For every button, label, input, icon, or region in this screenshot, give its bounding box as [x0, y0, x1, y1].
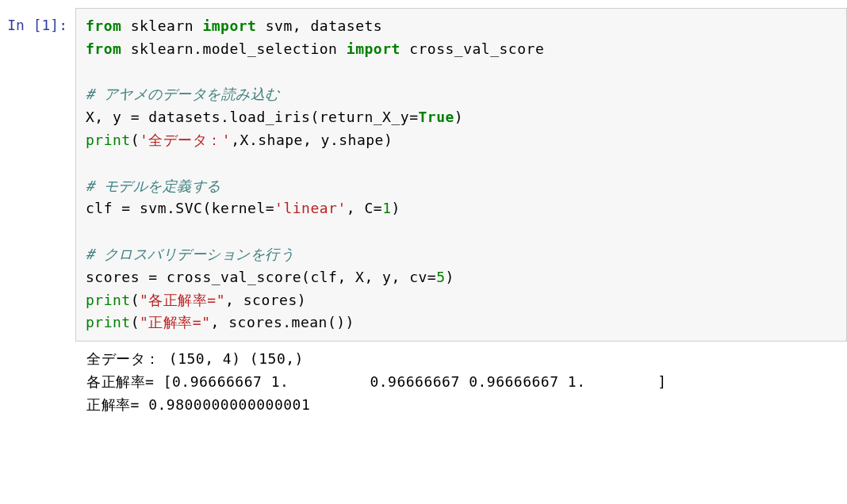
code-token: sklearn	[121, 17, 202, 34]
code-line: from sklearn import svm, datasets	[86, 15, 837, 38]
code-token: import	[202, 17, 256, 34]
input-prompt: In [1]:	[0, 8, 75, 37]
code-line: print('全データ：',X.shape, y.shape)	[86, 129, 837, 152]
code-line: # クロスバリデーションを行う	[86, 243, 837, 266]
code-token: )	[454, 109, 463, 125]
code-token: True	[418, 109, 454, 125]
code-token: (	[131, 292, 140, 308]
code-token: cross_val_score	[401, 40, 544, 57]
code-token: sklearn.model_selection	[121, 40, 346, 57]
output-line: 各正解率= [0.96666667 1. 0.96666667 0.966666…	[86, 371, 837, 394]
code-token: '全データ：'	[140, 132, 231, 148]
code-token: , scores.mean())	[211, 314, 355, 330]
code-token: "正解率="	[140, 314, 211, 330]
output-area: 全データ： (150, 4) (150,)各正解率= [0.96666667 1…	[75, 342, 847, 422]
code-token: scores = cross_val_score(clf, X, y, cv=	[86, 269, 436, 285]
code-token: # アヤメのデータを読み込む	[86, 86, 280, 102]
code-token: , scores)	[225, 292, 306, 308]
code-line: print("各正解率=", scores)	[86, 289, 837, 312]
code-line: # アヤメのデータを読み込む	[86, 83, 837, 106]
code-token: from	[86, 40, 121, 57]
code-line	[86, 220, 837, 243]
code-token: svm, datasets	[256, 17, 382, 34]
code-line: from sklearn.model_selection import cros…	[86, 38, 837, 61]
code-line: scores = cross_val_score(clf, X, y, cv=5…	[86, 266, 837, 289]
code-line: # モデルを定義する	[86, 175, 837, 198]
code-token: (	[131, 132, 140, 148]
code-token: print	[86, 292, 131, 308]
input-cell: In [1]: from sklearn import svm, dataset…	[0, 8, 847, 342]
code-token: 1	[382, 200, 391, 216]
code-token: # クロスバリデーションを行う	[86, 246, 294, 262]
code-token: "各正解率="	[140, 292, 225, 308]
code-token: import	[347, 40, 401, 57]
code-token: # モデルを定義する	[86, 178, 221, 194]
code-area[interactable]: from sklearn import svm, datasetsfrom sk…	[75, 8, 847, 342]
code-token: 'linear'	[274, 200, 347, 216]
output-line: 正解率= 0.9800000000000001	[86, 394, 837, 417]
code-line: clf = svm.SVC(kernel='linear', C=1)	[86, 197, 837, 220]
code-token: X, y = datasets.load_iris(return_X_y=	[86, 109, 418, 125]
code-token: print	[86, 314, 131, 330]
code-token: , C=	[347, 200, 382, 216]
code-line: print("正解率=", scores.mean())	[86, 311, 837, 334]
code-token: print	[86, 132, 131, 148]
code-line: X, y = datasets.load_iris(return_X_y=Tru…	[86, 106, 837, 129]
code-line	[86, 152, 837, 175]
code-token: from	[86, 17, 121, 34]
code-token: (	[131, 314, 140, 330]
output-cell: 全データ： (150, 4) (150,)各正解率= [0.96666667 1…	[0, 342, 847, 422]
code-line	[86, 61, 837, 84]
code-token: )	[445, 269, 454, 285]
code-token: ,X.shape, y.shape)	[231, 132, 393, 148]
code-token: 5	[436, 269, 445, 285]
code-token: clf = svm.SVC(kernel=	[86, 200, 274, 216]
code-token: )	[391, 200, 400, 216]
output-line: 全データ： (150, 4) (150,)	[86, 348, 837, 371]
